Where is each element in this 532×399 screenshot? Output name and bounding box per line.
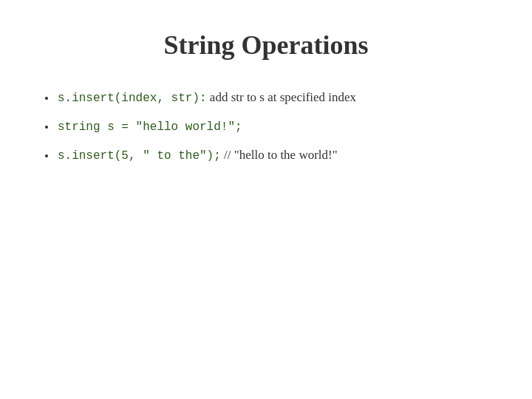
bullet-dot: •	[44, 146, 49, 166]
bullet-content: string s = "hello world!";	[58, 116, 242, 137]
bullet-list: • s.insert(index, str): add str to s at …	[44, 87, 488, 167]
slide-title: String Operations	[44, 30, 488, 61]
slide: String Operations • s.insert(index, str)…	[0, 0, 532, 399]
list-item: • s.insert(5, " to the"); // "hello to t…	[44, 145, 488, 166]
list-item: • string s = "hello world!";	[44, 116, 488, 137]
bullet-code-2: string s = "hello world!";	[58, 120, 242, 134]
bullet-dot: •	[44, 117, 49, 137]
list-item: • s.insert(index, str): add str to s at …	[44, 87, 488, 109]
bullet-code-3: s.insert(5, " to the");	[58, 149, 221, 163]
bullet-text-1: add str to s at specified index	[207, 90, 357, 104]
bullet-content: s.insert(index, str): add str to s at sp…	[58, 87, 356, 109]
bullet-content: s.insert(5, " to the"); // "hello to the…	[58, 145, 338, 166]
bullet-text-3: // "hello to the world!"	[221, 148, 338, 162]
bullet-code-1: s.insert(index, str):	[58, 92, 207, 105]
bullet-dot: •	[44, 89, 49, 109]
